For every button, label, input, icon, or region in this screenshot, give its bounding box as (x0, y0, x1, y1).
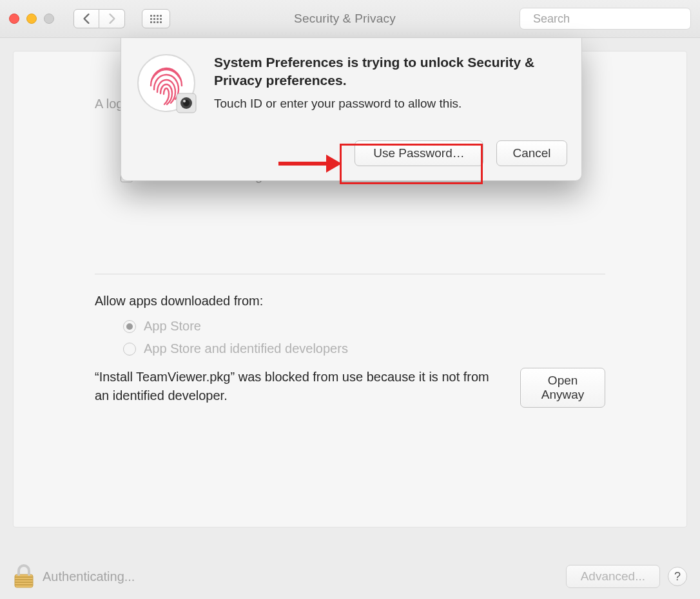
window-controls (9, 14, 54, 24)
radio-identified (123, 343, 136, 356)
nav-buttons (73, 9, 125, 28)
radio-app-store-label: App Store (144, 319, 201, 334)
allow-option-app-store: App Store (95, 319, 605, 334)
auth-dialog-heading: System Preferences is trying to unlock S… (214, 53, 567, 90)
allow-apps-section: Allow apps downloaded from: App Store Ap… (95, 294, 605, 408)
system-preferences-window: Security & Privacy A log s ✓ Disable aut… (0, 0, 700, 599)
show-all-button[interactable] (142, 9, 170, 28)
radio-identified-label: App Store and identified developers (144, 341, 348, 356)
cancel-button[interactable]: Cancel (496, 140, 567, 166)
search-input[interactable] (532, 12, 684, 26)
minimize-window-icon[interactable] (26, 14, 37, 24)
svg-rect-6 (15, 584, 33, 585)
toolbar: Security & Privacy (0, 0, 700, 38)
close-window-icon[interactable] (9, 14, 19, 24)
allow-option-identified: App Store and identified developers (95, 341, 605, 356)
blocked-app-row: “Install TeamViewer.pkg” was blocked fro… (95, 368, 605, 408)
lock-icon[interactable] (13, 564, 35, 589)
login-password-label-fragment: A log (95, 97, 123, 111)
svg-rect-3 (15, 576, 33, 578)
help-button[interactable]: ? (668, 567, 687, 586)
maximize-window-icon (44, 14, 54, 24)
touch-id-icon (137, 53, 199, 115)
allow-apps-heading: Allow apps downloaded from: (95, 294, 605, 309)
svg-rect-5 (15, 582, 33, 583)
grid-icon (150, 15, 162, 23)
open-anyway-button[interactable]: Open Anyway (520, 368, 605, 408)
advanced-button: Advanced... (566, 565, 660, 588)
svg-rect-4 (15, 579, 33, 580)
blocked-app-text: “Install TeamViewer.pkg” was blocked fro… (95, 368, 501, 405)
footer-status: Authenticating... (43, 569, 558, 584)
auth-dialog-body: System Preferences is trying to unlock S… (214, 53, 567, 166)
forward-button[interactable] (99, 9, 125, 28)
auth-dialog-icon-wrap (135, 53, 200, 166)
use-password-button[interactable]: Use Password… (355, 140, 483, 166)
radio-app-store (123, 320, 136, 333)
chevron-right-icon (108, 14, 116, 24)
search-field[interactable] (520, 8, 691, 30)
auth-dialog: System Preferences is trying to unlock S… (121, 38, 582, 181)
svg-point-11 (183, 100, 186, 102)
window-title: Security & Privacy (178, 12, 512, 26)
footer: Authenticating... Advanced... ? (13, 564, 687, 589)
back-button[interactable] (73, 9, 99, 28)
auth-dialog-subtext: Touch ID or enter your password to allow… (214, 97, 567, 111)
chevron-left-icon (83, 14, 90, 24)
auth-dialog-buttons: Use Password… Cancel (214, 140, 567, 166)
divider (95, 274, 605, 274)
